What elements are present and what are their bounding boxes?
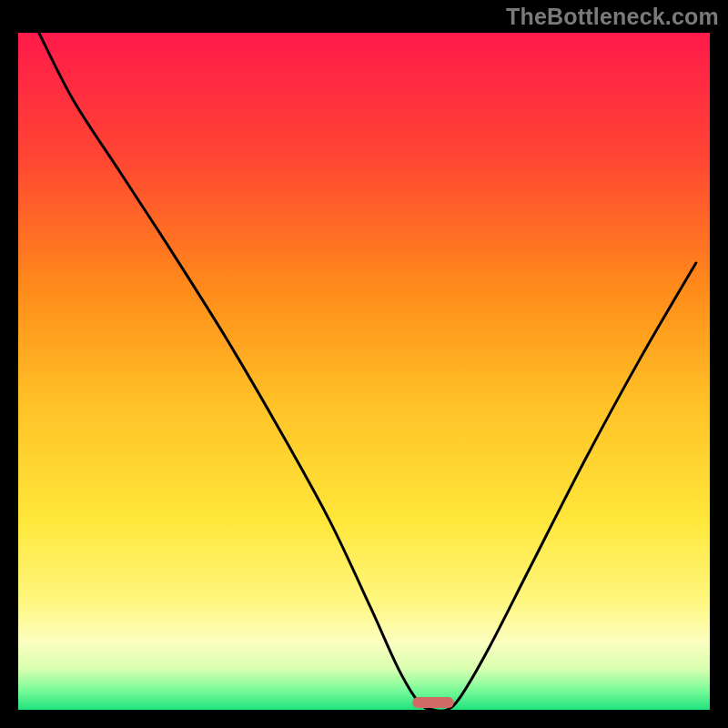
gradient-background [18, 33, 710, 710]
watermark-text: TheBottleneck.com [506, 4, 719, 30]
chart-svg [18, 33, 710, 710]
optimum-marker [412, 697, 454, 708]
chart-frame: TheBottleneck.com [0, 0, 728, 728]
plot-area [18, 33, 710, 710]
